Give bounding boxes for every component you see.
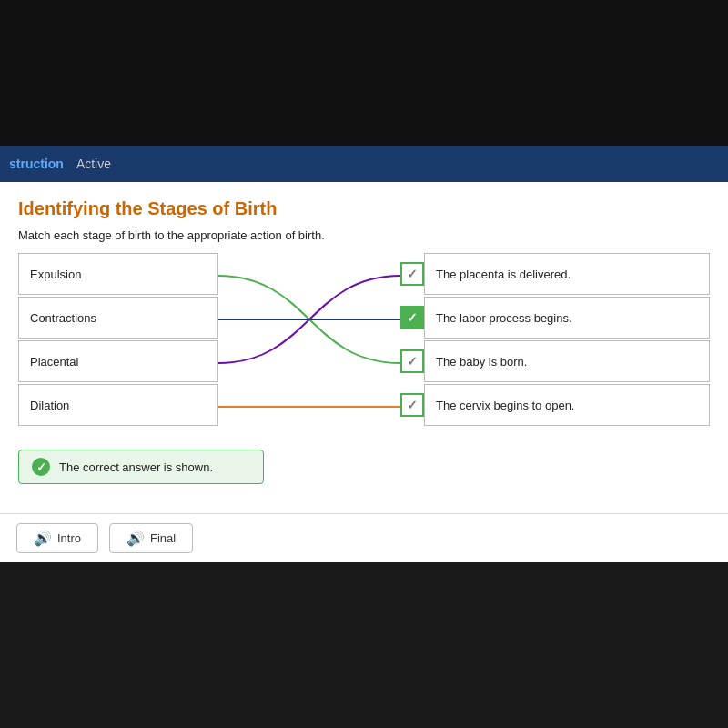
answer-notice-text: The correct answer is shown. [59, 460, 213, 474]
bottom-bar: 🔊 Intro 🔊 Final [0, 513, 728, 562]
right-item-labor-begins: The labor process begins. [424, 297, 710, 339]
nav-active-label: Active [76, 157, 111, 171]
check-row-3: ✓ [400, 348, 424, 391]
top-black-area [0, 0, 728, 146]
checkbox-1[interactable]: ✓ [400, 262, 424, 286]
check-row-2: ✓ [400, 304, 424, 348]
left-item-contractions[interactable]: Contractions [18, 297, 218, 339]
middle-connecting-lines [218, 253, 400, 435]
answer-notice: ✓ The correct answer is shown. [18, 450, 264, 484]
correct-icon: ✓ [32, 458, 50, 476]
left-item-dilation[interactable]: Dilation [18, 384, 218, 426]
left-item-placental[interactable]: Placental [18, 340, 218, 382]
check-row-4: ✓ [400, 391, 424, 435]
final-button[interactable]: 🔊 Final [109, 523, 193, 553]
nav-bar: struction Active [0, 146, 728, 182]
speaker-icon-intro: 🔊 [34, 530, 52, 547]
matching-area: Expulsion Contractions Placental Dilatio… [18, 253, 710, 435]
checkbox-3[interactable]: ✓ [400, 349, 424, 373]
left-column: Expulsion Contractions Placental Dilatio… [18, 253, 218, 435]
instruction-text: Match each stage of birth to the appropr… [18, 228, 710, 242]
intro-button[interactable]: 🔊 Intro [16, 523, 98, 553]
right-item-baby-born: The baby is born. [424, 340, 710, 382]
right-item-placenta-delivered: The placenta is delivered. [424, 253, 710, 295]
right-column: The placenta is delivered. The labor pro… [424, 253, 710, 435]
speaker-icon-final: 🔊 [126, 530, 145, 547]
page-title: Identifying the Stages of Birth [18, 198, 710, 219]
left-item-expulsion[interactable]: Expulsion [18, 253, 218, 295]
right-item-cervix-opens: The cervix begins to open. [424, 384, 710, 426]
check-row-1: ✓ [400, 260, 424, 304]
checks-column: ✓ ✓ ✓ ✓ [400, 253, 424, 435]
remaining-background [0, 562, 728, 728]
checkbox-4[interactable]: ✓ [400, 393, 424, 417]
nav-struction-label: struction [9, 157, 64, 171]
checkbox-2[interactable]: ✓ [400, 306, 424, 329]
main-content: Identifying the Stages of Birth Match ea… [0, 182, 728, 513]
